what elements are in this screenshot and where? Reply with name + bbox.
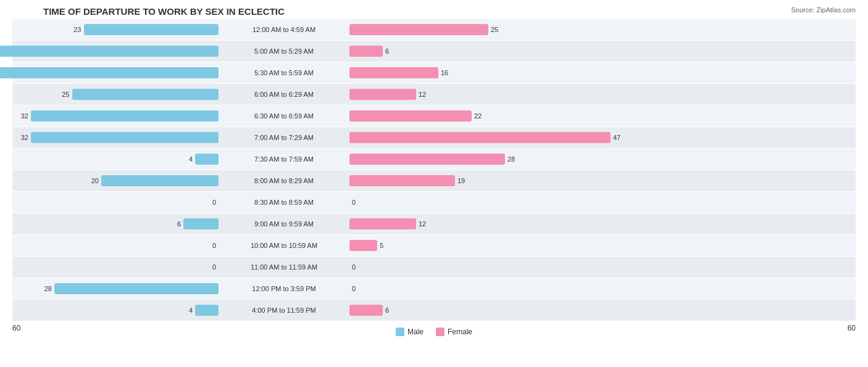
time-label: 6:00 AM to 6:29 AM: [222, 91, 346, 98]
male-bar: [0, 67, 219, 78]
female-value: 0: [352, 263, 356, 271]
female-value: 19: [457, 177, 465, 184]
chart-title: TIME OF DEPARTURE TO WORK BY SEX IN ECLE…: [12, 6, 856, 17]
table-row: 326:30 AM to 6:59 AM22: [12, 105, 856, 126]
table-row: 011:00 AM to 11:59 AM0: [12, 257, 856, 278]
male-value: 25: [62, 91, 69, 98]
male-value: 32: [21, 134, 28, 141]
legend-male-label: Male: [407, 328, 424, 336]
table-row: 010:00 AM to 10:59 AM5: [12, 235, 856, 256]
source-label: Source: ZipAtlas.com: [791, 6, 856, 14]
male-bar: [84, 24, 219, 35]
time-label: 8:30 AM to 8:59 AM: [222, 199, 346, 206]
female-bar: [349, 218, 416, 229]
male-value: 23: [73, 26, 81, 33]
male-bar: [31, 132, 219, 143]
table-row: 256:00 AM to 6:29 AM12: [12, 84, 856, 105]
female-value: 0: [352, 199, 356, 206]
female-bar: [349, 305, 383, 316]
female-bar: [349, 89, 416, 100]
legend-male-box: [396, 328, 404, 336]
male-value: 20: [91, 177, 99, 184]
legend-female: Female: [436, 328, 472, 336]
female-bar: [349, 110, 472, 122]
male-value: 6: [177, 220, 181, 228]
female-bar: [349, 67, 438, 78]
male-value: 0: [212, 199, 216, 206]
female-value: 6: [385, 47, 389, 55]
male-bar: [54, 283, 219, 294]
time-label: 10:00 AM to 10:59 AM: [222, 242, 346, 249]
female-bar: [349, 24, 488, 35]
time-label: 7:00 AM to 7:29 AM: [222, 134, 346, 141]
legend-male: Male: [396, 328, 424, 336]
female-value: 22: [474, 112, 482, 120]
legend-female-label: Female: [448, 328, 472, 336]
female-value: 28: [507, 155, 515, 163]
rows-container: 2312:00 AM to 4:59 AM25425:00 AM to 5:29…: [12, 19, 856, 321]
male-value: 4: [189, 307, 193, 314]
time-label: 7:30 AM to 7:59 AM: [222, 155, 346, 163]
time-label: 5:00 AM to 5:29 AM: [222, 47, 346, 55]
table-row: 425:00 AM to 5:29 AM6: [12, 41, 856, 62]
time-label: 6:30 AM to 6:59 AM: [222, 112, 346, 120]
male-bar: [0, 46, 219, 57]
table-row: 2812:00 PM to 3:59 PM0: [12, 278, 856, 299]
female-value: 47: [613, 134, 620, 141]
chart-container: TIME OF DEPARTURE TO WORK BY SEX IN ECLE…: [0, 0, 868, 367]
table-row: 44:00 PM to 11:59 PM6: [12, 300, 856, 321]
male-bar: [195, 305, 219, 316]
male-value: 0: [212, 242, 216, 249]
female-bar: [349, 46, 383, 57]
female-bar: [349, 132, 611, 143]
male-bar: [101, 175, 219, 186]
male-value: 0: [212, 263, 216, 271]
table-row: 2312:00 AM to 4:59 AM25: [12, 19, 856, 40]
female-value: 12: [419, 220, 426, 228]
male-bar: [72, 89, 219, 100]
time-label: 11:00 AM to 11:59 AM: [222, 263, 346, 271]
female-value: 25: [491, 26, 498, 33]
time-label: 9:00 AM to 9:59 AM: [222, 220, 346, 228]
axis-right-label: 60: [848, 324, 856, 336]
female-bar: [349, 154, 505, 165]
axis-labels: 60 Male Female 60: [12, 321, 856, 339]
table-row: 69:00 AM to 9:59 AM12: [12, 213, 856, 234]
time-label: 8:00 AM to 8:29 AM: [222, 177, 346, 184]
female-value: 16: [441, 69, 448, 76]
axis-left-label: 60: [12, 324, 20, 336]
male-value: 32: [21, 112, 28, 120]
table-row: 208:00 AM to 8:29 AM19: [12, 170, 856, 191]
legend-female-box: [436, 328, 444, 336]
female-bar: [349, 240, 377, 251]
male-bar: [183, 218, 219, 229]
female-value: 6: [385, 307, 389, 314]
male-value: 4: [189, 155, 193, 163]
male-bar: [31, 110, 219, 122]
table-row: 605:30 AM to 5:59 AM16: [12, 62, 856, 83]
table-row: 08:30 AM to 8:59 AM0: [12, 192, 856, 213]
time-label: 12:00 PM to 3:59 PM: [222, 285, 346, 292]
table-row: 327:00 AM to 7:29 AM47: [12, 127, 856, 148]
female-value: 5: [380, 242, 383, 249]
female-value: 0: [352, 285, 356, 292]
male-bar: [195, 154, 219, 165]
legend: Male Female: [396, 328, 472, 336]
male-value: 28: [44, 285, 52, 292]
time-label: 5:30 AM to 5:59 AM: [222, 69, 346, 76]
table-row: 47:30 AM to 7:59 AM28: [12, 149, 856, 170]
female-value: 12: [419, 91, 426, 98]
female-bar: [349, 175, 455, 186]
time-label: 12:00 AM to 4:59 AM: [222, 26, 346, 33]
time-label: 4:00 PM to 11:59 PM: [222, 307, 346, 314]
